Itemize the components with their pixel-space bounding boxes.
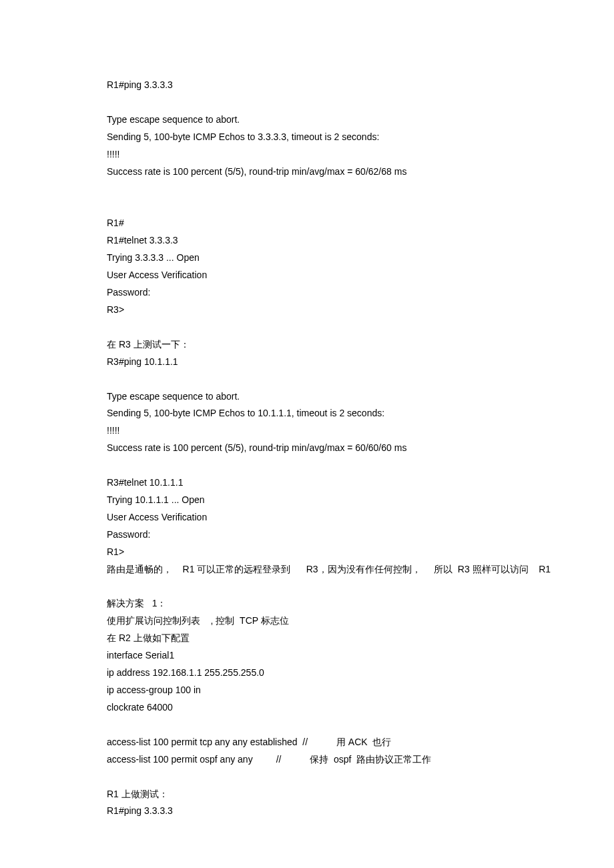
text-line: !!!!! (107, 422, 561, 440)
text-line: Sending 5, 100-byte ICMP Echos to 10.1.1… (107, 405, 561, 422)
text-line: access-list 100 permit ospf any any // 保… (107, 751, 561, 769)
text-line: User Access Verification (107, 509, 561, 526)
text-line: R3> (107, 302, 561, 319)
text-line: 路由是通畅的， R1 可以正常的远程登录到 R3，因为没有作任何控制， 所以 R… (107, 561, 561, 578)
text-line: access-list 100 permit tcp any any estab… (107, 734, 561, 751)
text-line: Sending 5, 100-byte ICMP Echos to 3.3.3.… (107, 129, 561, 146)
text-line: clockrate 64000 (107, 699, 561, 717)
text-line: User Access Verification (107, 267, 561, 284)
blank-line (107, 319, 561, 336)
text-line: Success rate is 100 percent (5/5), round… (107, 163, 561, 181)
blank-line (107, 457, 561, 474)
document-content: R1#ping 3.3.3.3Type escape sequence to a… (107, 77, 561, 820)
blank-line (107, 769, 561, 786)
blank-line (107, 717, 561, 734)
text-line: 解决方案 1： (107, 595, 561, 612)
text-line: Type escape sequence to abort. (107, 388, 561, 406)
blank-line (107, 180, 561, 197)
text-line: Success rate is 100 percent (5/5), round… (107, 440, 561, 457)
text-line: Trying 3.3.3.3 ... Open (107, 250, 561, 267)
text-line: Trying 10.1.1.1 ... Open (107, 492, 561, 509)
text-line: 在 R2 上做如下配置 (107, 630, 561, 647)
text-line: Password: (107, 284, 561, 302)
text-line: R1# (107, 215, 561, 232)
text-line: R1> (107, 544, 561, 561)
text-line: interface Serial1 (107, 647, 561, 665)
text-line: R1#telnet 3.3.3.3 (107, 232, 561, 250)
text-line: ip address 192.168.1.1 255.255.255.0 (107, 665, 561, 682)
document-page: R1#ping 3.3.3.3Type escape sequence to a… (0, 0, 614, 868)
text-line: R1#ping 3.3.3.3 (107, 77, 561, 94)
blank-line (107, 578, 561, 595)
text-line: ip access-group 100 in (107, 682, 561, 699)
text-line: 使用扩展访问控制列表 , 控制 TCP 标志位 (107, 612, 561, 630)
blank-line (107, 94, 561, 111)
blank-line (107, 197, 561, 215)
text-line: R1#ping 3.3.3.3 (107, 803, 561, 820)
text-line: R3#telnet 10.1.1.1 (107, 474, 561, 492)
text-line: Type escape sequence to abort. (107, 111, 561, 129)
text-line: R1 上做测试： (107, 786, 561, 803)
text-line: Password: (107, 526, 561, 544)
text-line: 在 R3 上测试一下： (107, 336, 561, 354)
text-line: !!!!! (107, 146, 561, 163)
text-line: R3#ping 10.1.1.1 (107, 354, 561, 371)
blank-line (107, 371, 561, 388)
